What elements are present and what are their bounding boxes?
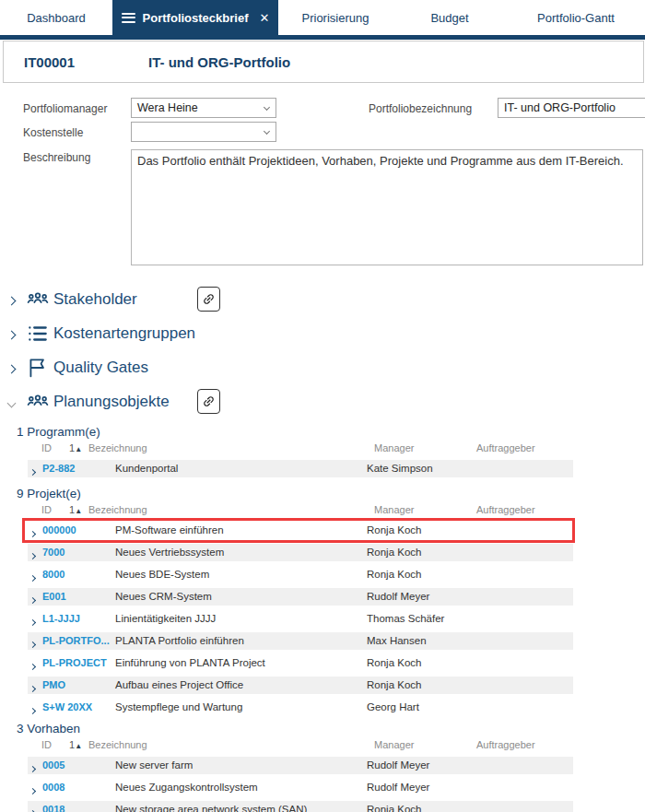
link-icon[interactable] bbox=[197, 287, 220, 312]
table-row[interactable]: 0005 New server farm Rudolf Meyer bbox=[28, 757, 573, 774]
chevron-right-icon[interactable] bbox=[29, 788, 36, 794]
column-header-auftraggeber[interactable]: Auftraggeber bbox=[476, 442, 535, 453]
row-id-link[interactable]: 000000 bbox=[42, 524, 76, 535]
sort-indicator[interactable]: 1▲ bbox=[69, 442, 82, 453]
table-row[interactable]: 8000 Neues BDE-System Ronja Koch bbox=[28, 566, 573, 583]
chevron-right-icon[interactable] bbox=[29, 619, 36, 626]
row-manager: Ronja Koch bbox=[367, 657, 421, 668]
section-kostenartengruppen[interactable]: Kostenartengruppen bbox=[0, 320, 645, 347]
sort-indicator[interactable]: 1▲ bbox=[69, 504, 82, 515]
chevron-right-icon[interactable] bbox=[29, 708, 36, 714]
row-bezeichnung: Neues Zugangskontrollsystem bbox=[115, 782, 258, 793]
chevron-right-icon[interactable] bbox=[29, 575, 36, 582]
chevron-right-icon[interactable] bbox=[29, 641, 36, 648]
column-header-id[interactable]: ID bbox=[41, 504, 52, 515]
row-manager: Rudolf Meyer bbox=[367, 759, 429, 771]
tabbar-underline bbox=[0, 35, 645, 40]
chevron-down-icon bbox=[264, 104, 270, 111]
table-row[interactable]: PL-PROJECT Einführung von PLANTA Project… bbox=[28, 654, 573, 672]
row-id-link[interactable]: E001 bbox=[42, 591, 66, 602]
row-id-link[interactable]: PL-PORTFO... bbox=[42, 635, 110, 646]
portfoliobezeichnung-value: IT- und ORG-Portfolio bbox=[504, 101, 616, 114]
row-manager: Ronja Koch bbox=[367, 679, 421, 690]
planning-group: 3 Vorhaben ID 1▲ Bezeichnung Manager Auf… bbox=[17, 722, 573, 812]
beschreibung-value: Das Portfolio enthält Projektideen, Vorh… bbox=[137, 154, 624, 168]
row-id-link[interactable]: 0008 bbox=[42, 782, 64, 793]
table-row[interactable]: E001 Neues CRM-System Rudolf Meyer bbox=[28, 588, 573, 606]
tab-priorisierung[interactable]: Priorisierung bbox=[278, 0, 393, 35]
highlight-annotation-box bbox=[22, 518, 575, 543]
row-id-link[interactable]: 8000 bbox=[42, 569, 64, 580]
row-id-link[interactable]: P2-882 bbox=[42, 463, 75, 474]
section-label[interactable]: Quality Gates bbox=[53, 359, 148, 377]
hamburger-menu-icon[interactable] bbox=[122, 10, 135, 25]
column-header-manager[interactable]: Manager bbox=[374, 442, 414, 453]
table-header: ID 1▲ Bezeichnung Manager Auftraggeber bbox=[17, 442, 573, 454]
table-row[interactable]: 0018 New storage area network system (SA… bbox=[28, 801, 573, 812]
chevron-right-icon[interactable] bbox=[29, 686, 36, 692]
column-header-bezeichnung[interactable]: Bezeichnung bbox=[88, 739, 147, 750]
beschreibung-textarea[interactable]: Das Portfolio enthält Projektideen, Vorh… bbox=[131, 149, 643, 265]
chevron-right-icon[interactable] bbox=[29, 531, 36, 537]
column-header-bezeichnung[interactable]: Bezeichnung bbox=[88, 442, 147, 453]
table-row[interactable]: 000000 PM-Software einführen Ronja Koch bbox=[28, 522, 573, 539]
chevron-right-icon[interactable] bbox=[29, 469, 36, 476]
tab-dashboard[interactable]: Dashboard bbox=[0, 0, 112, 35]
kostenstelle-select[interactable] bbox=[131, 122, 276, 142]
column-header-manager[interactable]: Manager bbox=[374, 739, 414, 750]
group-title: 3 Vorhaben bbox=[17, 722, 573, 736]
close-tab-icon[interactable]: ✕ bbox=[259, 11, 269, 25]
chevron-right-icon[interactable] bbox=[7, 365, 17, 374]
chevron-right-icon[interactable] bbox=[29, 597, 36, 604]
planning-group: 1 Programm(e) ID 1▲ Bezeichnung Manager … bbox=[17, 425, 573, 477]
link-icon[interactable] bbox=[197, 389, 220, 414]
chevron-right-icon[interactable] bbox=[7, 331, 17, 340]
section-label[interactable]: Kostenartengruppen bbox=[53, 324, 195, 343]
section-planungsobjekte[interactable]: Planungsobjekte bbox=[0, 388, 645, 416]
column-header-manager[interactable]: Manager bbox=[374, 504, 414, 515]
tab-portfolio-gantt[interactable]: Portfolio-Gantt bbox=[507, 0, 645, 35]
table-row[interactable]: 0008 Neues Zugangskontrollsystem Rudolf … bbox=[28, 779, 573, 796]
row-bezeichnung: New storage area network system (SAN) bbox=[115, 804, 307, 812]
row-manager: Kate Simpson bbox=[367, 463, 433, 474]
table-row[interactable]: PMO Aufbau eines Project Office Ronja Ko… bbox=[28, 677, 573, 694]
row-id-link[interactable]: 7000 bbox=[42, 547, 64, 558]
tab-budget[interactable]: Budget bbox=[393, 0, 507, 35]
column-header-id[interactable]: ID bbox=[41, 739, 52, 750]
portfoliobezeichnung-input[interactable]: IT- und ORG-Portfolio bbox=[498, 98, 645, 118]
row-id-link[interactable]: PMO bbox=[42, 679, 65, 690]
row-id-link[interactable]: 0005 bbox=[42, 759, 64, 771]
row-bezeichnung: Linientätigkeiten JJJJ bbox=[115, 613, 216, 624]
row-id-link[interactable]: L1-JJJJ bbox=[42, 613, 80, 624]
group-title: 1 Programm(e) bbox=[17, 425, 573, 439]
column-header-auftraggeber[interactable]: Auftraggeber bbox=[476, 739, 535, 750]
tab-label: Dashboard bbox=[27, 11, 86, 25]
sort-indicator[interactable]: 1▲ bbox=[69, 739, 82, 750]
table-row[interactable]: 7000 Neues Vertriebssystem Ronja Koch bbox=[28, 544, 573, 561]
section-label[interactable]: Stakeholder bbox=[53, 290, 137, 309]
column-header-id[interactable]: ID bbox=[41, 442, 52, 453]
row-manager: Ronja Koch bbox=[367, 547, 421, 558]
table-row[interactable]: P2-882 Kundenportal Kate Simpson bbox=[28, 460, 573, 477]
portfoliomanager-select[interactable]: Wera Heine bbox=[131, 98, 276, 118]
section-quality-gates[interactable]: Quality Gates bbox=[0, 354, 645, 382]
column-header-bezeichnung[interactable]: Bezeichnung bbox=[88, 504, 147, 515]
row-id-link[interactable]: 0018 bbox=[42, 804, 64, 812]
row-id-link[interactable]: PL-PROJECT bbox=[42, 657, 107, 668]
column-header-auftraggeber[interactable]: Auftraggeber bbox=[476, 504, 535, 515]
chevron-right-icon[interactable] bbox=[7, 297, 17, 306]
row-id-link[interactable]: S+W 20XX bbox=[42, 701, 92, 712]
chevron-right-icon[interactable] bbox=[29, 766, 36, 772]
table-row[interactable]: L1-JJJJ Linientätigkeiten JJJJ Thomas Sc… bbox=[28, 610, 573, 628]
chevron-right-icon[interactable] bbox=[29, 553, 36, 559]
table-row[interactable]: S+W 20XX Systempflege und Wartung Georg … bbox=[28, 699, 573, 716]
row-bezeichnung: Einführung von PLANTA Project bbox=[115, 657, 265, 668]
table-row[interactable]: PL-PORTFO... PLANTA Portfolio einführen … bbox=[28, 632, 573, 650]
chevron-down-icon[interactable] bbox=[7, 399, 17, 408]
section-label[interactable]: Planungsobjekte bbox=[53, 393, 170, 411]
chevron-right-icon[interactable] bbox=[29, 664, 36, 670]
portfolio-header-panel: IT00001 IT- und ORG-Portfolio bbox=[3, 41, 644, 83]
section-stakeholder[interactable]: Stakeholder bbox=[0, 286, 645, 313]
table-header: ID 1▲ Bezeichnung Manager Auftraggeber bbox=[17, 739, 573, 751]
tab-portfoliosteckbrief[interactable]: Portfoliosteckbrief ✕ bbox=[112, 0, 278, 35]
